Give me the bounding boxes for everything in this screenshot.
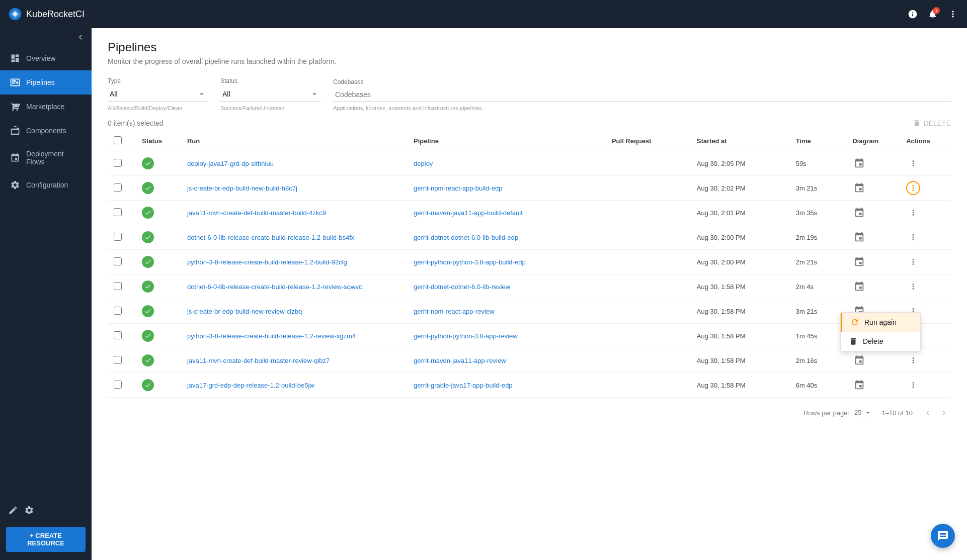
- filter-type-hint: All/Review/Build/Deploy/Clean: [108, 105, 208, 111]
- run-link-4[interactable]: dotnet-6-0-lib-release-create-build-rele…: [187, 234, 354, 241]
- actions-button-6[interactable]: [906, 279, 920, 294]
- status-success-1: [142, 157, 154, 169]
- pipeline-link-6[interactable]: gerrit-dotnet-dotnet-6.0-lib-review: [414, 283, 510, 291]
- col-diagram: Diagram: [846, 131, 900, 151]
- row-checkbox-7[interactable]: [114, 307, 122, 315]
- filter-status-select[interactable]: All: [220, 86, 321, 102]
- time-9: 2m 16s: [790, 348, 847, 373]
- context-menu-run-again[interactable]: Run again: [841, 313, 920, 332]
- actions-button-10[interactable]: [906, 378, 920, 392]
- notification-icon[interactable]: 1: [927, 8, 939, 20]
- status-success-7: [142, 305, 154, 317]
- row-checkbox-9[interactable]: [114, 356, 122, 364]
- row-checkbox-10[interactable]: [114, 381, 122, 389]
- table-header: Status Run Pipeline Pull Request Started…: [108, 131, 951, 151]
- pipeline-link-2[interactable]: gerrit-npm-react-app-build-edp: [414, 184, 502, 192]
- sidebar-item-marketplace[interactable]: Marketplace: [0, 95, 92, 119]
- chat-icon: [937, 530, 949, 542]
- pagination: Rows per page: 25 1–10 of 10: [108, 398, 951, 428]
- run-link-9[interactable]: java11-mvn-create-def-build-master-revie…: [187, 357, 330, 364]
- delete-icon: [913, 119, 921, 127]
- filter-type: Type All All/Review/Build/Deploy/Clean: [108, 77, 208, 111]
- pipeline-link-8[interactable]: gerrit-python-python-3.8-app-review: [414, 332, 518, 340]
- diagram-icon-2[interactable]: [852, 181, 866, 195]
- prev-icon: [923, 408, 932, 417]
- row-checkbox-4[interactable]: [114, 233, 122, 241]
- sidebar-item-configuration[interactable]: Configuration: [0, 173, 92, 197]
- run-link-8[interactable]: python-3-8-release-create-build-release-…: [187, 332, 356, 340]
- pipeline-link-9[interactable]: gerrit-maven-java11-app-review: [414, 357, 506, 364]
- run-link-2[interactable]: js-create-br-edp-build-new-build-h8c7j: [187, 184, 297, 192]
- pipeline-link-1[interactable]: deploy: [414, 160, 433, 167]
- pipeline-link-7[interactable]: gerrit-npm-react-app-review: [414, 308, 494, 315]
- sidebar-item-label-components: Components: [26, 127, 66, 135]
- codebases-input[interactable]: [333, 87, 951, 102]
- delete-button[interactable]: DELETE: [913, 119, 951, 127]
- diagram-icon-1[interactable]: [852, 156, 866, 170]
- col-started-at: Started at: [691, 131, 790, 151]
- diagram-icon-3[interactable]: [852, 206, 866, 220]
- actions-button-9[interactable]: [906, 353, 920, 367]
- row-checkbox-3[interactable]: [114, 208, 122, 216]
- prev-page-button[interactable]: [921, 406, 935, 420]
- sidebar-item-pipelines[interactable]: Pipelines: [0, 70, 92, 95]
- rows-per-page-select[interactable]: 25: [852, 408, 873, 418]
- actions-button-1[interactable]: [906, 156, 920, 170]
- run-link-3[interactable]: java11-mvn-create-def-build-master-build…: [187, 209, 326, 217]
- rows-chevron-icon: [864, 409, 872, 417]
- page-title: Pipelines: [108, 40, 951, 54]
- diagram-icon-4[interactable]: [852, 230, 866, 244]
- diagram-icon-5[interactable]: [852, 255, 866, 269]
- chat-fab[interactable]: [931, 524, 955, 548]
- row-checkbox-1[interactable]: [114, 159, 122, 167]
- row-checkbox-6[interactable]: [114, 282, 122, 290]
- more-icon[interactable]: [947, 8, 959, 20]
- actions-button-5[interactable]: [906, 255, 920, 269]
- actions-button-4[interactable]: [906, 230, 920, 244]
- app-name: KubeRocketCI: [26, 9, 85, 20]
- run-link-6[interactable]: dotnet-6-0-lib-release-create-build-rele…: [187, 283, 362, 291]
- pipeline-link-5[interactable]: gerrit-python-python-3.8-app-build-edp: [414, 258, 526, 266]
- pull-request-3: [606, 201, 691, 225]
- actions-button-3[interactable]: [906, 206, 920, 220]
- started-at-9: Aug 30, 1:58 PM: [691, 348, 790, 373]
- info-icon[interactable]: [907, 8, 919, 20]
- pipeline-link-10[interactable]: gerrit-gradle-java17-app-build-edp: [414, 382, 513, 389]
- settings-icon[interactable]: [24, 505, 34, 517]
- pipeline-link-3[interactable]: gerrit-maven-java11-app-build-default: [414, 209, 523, 217]
- status-success-6: [142, 281, 154, 293]
- next-page-button[interactable]: [937, 406, 951, 420]
- diagram-icon-6[interactable]: [852, 279, 866, 294]
- create-resource-button[interactable]: + CREATE RESOURCE: [6, 527, 86, 552]
- sidebar-item-deployment-flows[interactable]: Deployment Flows: [0, 143, 92, 173]
- delete-menu-icon: [849, 337, 858, 346]
- sidebar-item-overview[interactable]: Overview: [0, 46, 92, 70]
- filter-type-select[interactable]: All: [108, 86, 208, 102]
- context-menu-delete[interactable]: Delete: [841, 332, 920, 351]
- diagram-icon-9[interactable]: [852, 353, 866, 367]
- pull-request-7: [606, 299, 691, 324]
- sidebar-toggle[interactable]: [0, 28, 92, 46]
- table-row: python-3-8-release-create-build-release-…: [108, 324, 951, 348]
- filter-status-value: All: [222, 90, 230, 98]
- rows-per-page-value: 25: [854, 409, 861, 416]
- sidebar-item-components[interactable]: Components: [0, 119, 92, 143]
- run-link-10[interactable]: java17-grd-edp-dep-release-1.2-build-be5…: [187, 382, 314, 389]
- row-checkbox-8[interactable]: [114, 331, 122, 339]
- pull-request-1: [606, 151, 691, 176]
- actions-button-2[interactable]: [906, 181, 920, 195]
- selected-count: 0 item(s) selected: [108, 119, 163, 127]
- edit-icon[interactable]: [8, 505, 18, 517]
- run-link-5[interactable]: python-3-8-release-create-build-release-…: [187, 258, 347, 266]
- pull-request-4: [606, 225, 691, 250]
- run-link-1[interactable]: deploy-java17-grd-dp-sithhiuu: [187, 160, 274, 167]
- pipeline-link-4[interactable]: gerrit-dotnet-dotnet-6.0-lib-build-edp: [414, 234, 518, 241]
- rows-per-page: Rows per page: 25: [803, 408, 874, 418]
- sidebar-bottom: [0, 499, 92, 523]
- select-all-checkbox[interactable]: [114, 136, 122, 144]
- row-checkbox-2[interactable]: [114, 183, 122, 192]
- diagram-icon-10[interactable]: [852, 378, 866, 392]
- run-link-7[interactable]: js-create-br-edp-build-new-review-clzbq: [187, 308, 302, 315]
- row-checkbox-5[interactable]: [114, 257, 122, 265]
- table-row: java11-mvn-create-def-build-master-revie…: [108, 348, 951, 373]
